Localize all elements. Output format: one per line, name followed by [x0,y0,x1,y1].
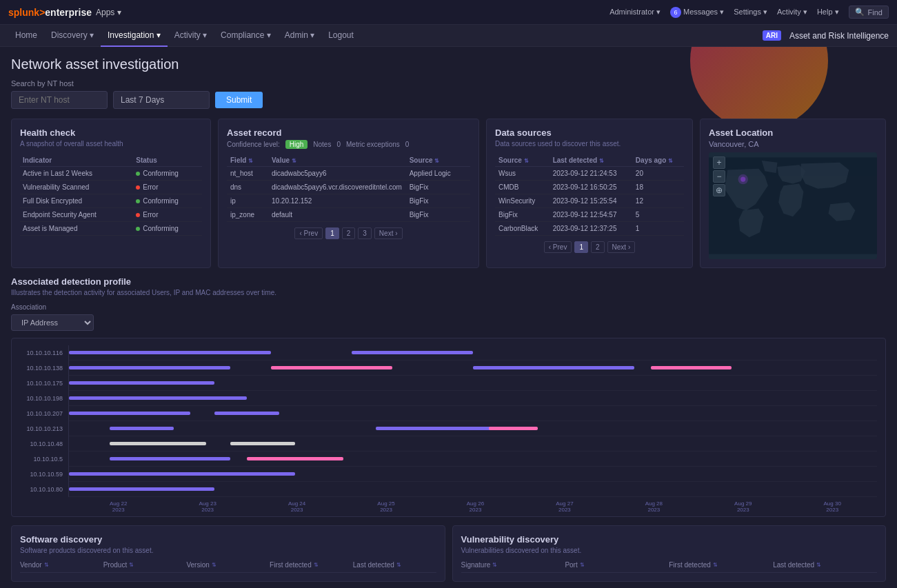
ds-col-days: Days ago ⇅ [632,154,684,167]
ds-last-detected: 2023-09-12 21:24:53 [550,167,632,181]
ds-last-detected: 2023-09-12 15:25:54 [550,194,632,208]
asset-col-field: Field ⇅ [227,154,268,167]
notes-label: Notes [313,141,331,148]
asset-source: BigFix [406,194,470,208]
nav-activity[interactable]: Activity ▾ [168,25,214,47]
asset-value: dicadwabc5payy6 [268,167,406,181]
gantt-bar [69,351,271,354]
gantt-bar [489,427,537,430]
asset-value: 10.20.12.152 [268,194,406,208]
ds-col-source: Source ⇅ [495,154,550,167]
status-dot [136,199,140,203]
vuln-header-cell: First detected ⇅ [669,561,773,569]
nav-investigation[interactable]: Investigation ▾ [101,25,168,47]
asset-field: ip [227,194,268,208]
ds-source: CarbonBlack [495,222,550,236]
x-axis-label: Aug 29 2023 [734,500,752,513]
vuln-header-cell: Last detected ⇅ [773,561,877,569]
asset-source: Applied Logic [406,167,470,181]
nav-discovery[interactable]: Discovery ▾ [44,25,101,47]
asset-table: Field ⇅ Value ⇅ Source ⇅ nt_host dicadwa… [227,154,470,222]
sw-header-cell: Vendor ⇅ [20,561,103,569]
nav-logout[interactable]: Logout [321,25,361,47]
messages-menu[interactable]: 6 Messages ▾ [670,7,724,18]
nav-compliance[interactable]: Compliance ▾ [214,25,278,47]
gantt-bar [473,366,634,369]
vuln-table-header: Signature ⇅Port ⇅First detected ⇅Last de… [461,561,878,573]
ds-page-2[interactable]: 2 [591,241,605,253]
zoom-out-button[interactable]: − [713,170,725,183]
ip-label: 10.10.10.5 [20,456,63,463]
logo: splunk>enterprise [8,7,92,18]
ds-days-ago: 12 [632,194,684,208]
ds-source: WinSecurity [495,194,550,208]
x-axis-label: Aug 22 2023 [110,500,127,513]
vuln-header-cell: Port ⇅ [565,561,669,569]
confidence-badge: High [285,140,308,149]
ds-source: CMDB [495,181,550,194]
help-menu[interactable]: Help ▾ [817,8,839,17]
health-indicator: Full Disk Encrypted [20,194,133,208]
asset-col-value: Value ⇅ [268,154,406,167]
nav-admin[interactable]: Admin ▾ [278,25,321,47]
assoc-select[interactable]: IP Address [11,314,94,331]
software-table-header: Vendor ⇅Product ⇅Version ⇅First detected… [20,561,436,573]
chart-xaxis: Aug 22 2023Aug 23 2023Aug 24 2023Aug 25 … [20,497,877,513]
ds-days-ago: 5 [632,208,684,222]
date-range-select[interactable]: Last 7 Days [113,91,210,109]
top-bar: splunk>enterprise Apps ▾ Administrator ▾… [0,0,897,25]
ds-days-ago: 1 [632,222,684,236]
gantt-bar [110,427,174,430]
health-row: Active in Last 2 Weeks Conforming [20,167,202,181]
ds-next-btn[interactable]: Next › [607,241,636,253]
x-axis-label: Aug 25 2023 [377,500,394,513]
zoom-in-button[interactable]: + [713,156,725,169]
asset-field: dns [227,181,268,194]
gantt-row [69,436,877,452]
asset-value: default [268,208,406,222]
map-controls: + − ⊕ [713,156,725,196]
health-status: Conforming [133,222,202,236]
gantt-row [69,421,877,436]
map-reset-button[interactable]: ⊕ [713,184,725,196]
svg-point-2 [740,176,745,181]
chart-area: 10.10.10.11610.10.10.13810.10.10.17510.1… [11,338,886,517]
ds-row: CMDB 2023-09-12 16:50:25 18 [495,181,684,194]
admin-menu[interactable]: Administrator ▾ [609,8,661,17]
find-search[interactable]: 🔍 Find [849,6,889,19]
ip-label: 10.10.10.175 [20,380,63,387]
settings-menu[interactable]: Settings ▾ [734,8,767,17]
asset-page-1[interactable]: 1 [325,227,339,239]
status-dot [136,227,140,231]
ds-last-detected: 2023-09-12 12:37:25 [550,222,632,236]
submit-button[interactable]: Submit [215,92,263,108]
ds-prev-btn[interactable]: ‹ Prev [544,241,572,253]
nt-host-input[interactable] [11,91,108,109]
asset-page-3[interactable]: 3 [358,227,372,239]
asset-next-btn[interactable]: Next › [374,227,403,239]
activity-menu[interactable]: Activity ▾ [777,8,807,17]
ds-last-detected: 2023-09-12 16:50:25 [550,181,632,194]
top-right-nav: Administrator ▾ 6 Messages ▾ Settings ▾ … [609,6,889,19]
asset-source: BigFix [406,181,470,194]
chart-grid [68,345,877,497]
gantt-bar [69,396,247,400]
chart-labels: 10.10.10.11610.10.10.13810.10.10.17510.1… [20,345,68,497]
asset-row: nt_host dicadwabc5payy6 Applied Logic [227,167,470,181]
ds-page-1[interactable]: 1 [574,241,588,253]
health-row: Full Disk Encrypted Conforming [20,194,202,208]
nav-home[interactable]: Home [8,25,44,47]
asset-record-title: Asset record [227,128,470,138]
ip-label: 10.10.10.213 [20,425,63,432]
vuln-subtitle: Vulnerabilities discovered on this asset… [461,547,878,554]
asset-page-2[interactable]: 2 [342,227,356,239]
apps-button[interactable]: Apps ▾ [96,8,121,17]
metric-label: Metric exceptions [346,141,400,148]
gantt-bar [69,412,190,415]
gantt-bar [69,366,230,369]
notes-count: 0 [336,141,341,148]
asset-pagination: ‹ Prev 1 2 3 Next › [227,227,470,239]
asset-prev-btn[interactable]: ‹ Prev [294,227,323,239]
health-status: Conforming [133,194,202,208]
gantt-bar [376,427,497,430]
